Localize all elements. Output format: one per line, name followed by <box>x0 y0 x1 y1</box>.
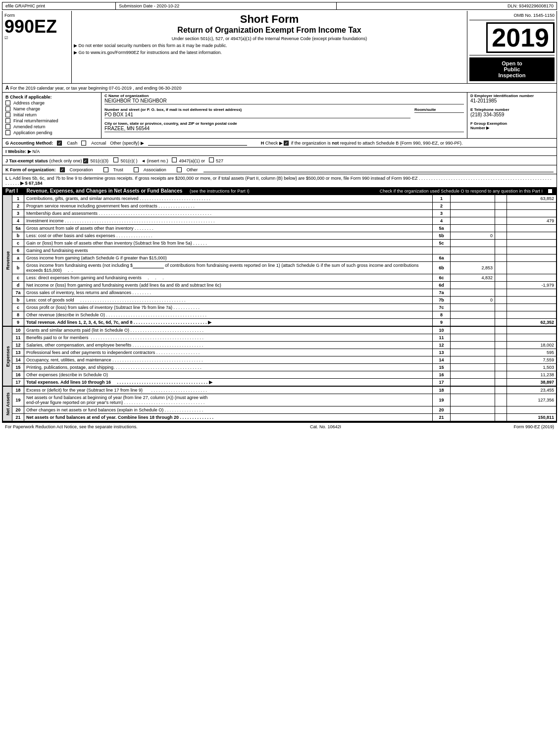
table-row: b Gross income from fundraising events (… <box>3 262 557 274</box>
line-6d-amount: -1,979 <box>507 282 557 289</box>
tax-exempt-note: (check only one) <box>49 158 83 163</box>
line-5c-linenum <box>495 240 507 247</box>
line-7b-ref: 7b <box>433 297 451 304</box>
address-change-label: Address charge <box>13 101 45 105</box>
4947-checkbox[interactable] <box>172 157 177 162</box>
name-change-row: Name charge <box>5 106 98 111</box>
527-checkbox[interactable] <box>209 157 214 162</box>
501c3-label: 501(c)(3) <box>90 158 108 163</box>
website-value: N/A <box>32 149 40 154</box>
line-15-amount: 1,503 <box>507 364 557 371</box>
line-11-sub <box>451 334 495 342</box>
line-6c-sub: 4,832 <box>451 274 495 282</box>
line-3-amount <box>507 210 557 217</box>
table-row: b Less: cost of goods sold . . . . . . .… <box>3 297 557 304</box>
table-row: 9 Total revenue. Add lines 1, 2, 3, 4, 5… <box>3 319 557 326</box>
line-1-desc: Contributions, gifts, grants, and simila… <box>24 195 433 202</box>
table-row: 16 Other expenses (describe in Schedule … <box>3 371 557 379</box>
room-value <box>414 112 464 113</box>
cash-checkbox[interactable]: ✓ <box>57 141 62 146</box>
line-10-amount <box>507 327 557 334</box>
line-18-num: 18 <box>12 387 24 394</box>
line-1-ref: 1 <box>433 195 451 202</box>
form-org-row: K Form of organization: ✓ Corporation Tr… <box>2 165 557 174</box>
line-5c-amount <box>507 240 557 247</box>
line-18-linenum <box>495 387 507 394</box>
add-lines-row: L L Add lines 5b, 6c, and 7b to line 9 t… <box>2 174 557 187</box>
line-2-amount <box>507 202 557 210</box>
line-9-num: 9 <box>12 319 24 326</box>
cash-label: Cash <box>67 141 77 146</box>
tax-year-strong: A <box>5 85 10 91</box>
application-pending-checkbox[interactable] <box>5 130 10 135</box>
table-row: 11 Benefits paid to or for members . . .… <box>3 334 557 342</box>
website-row: I Website: ▶ N/A <box>2 147 557 155</box>
line-21-ref: 21 <box>433 414 451 421</box>
line-7b-desc: Less: cost of goods sold . . . . . . . .… <box>24 297 433 304</box>
form-body: B Check if applicable: Address charge Na… <box>2 93 557 422</box>
line-10-sub <box>451 327 495 334</box>
line-5a-ref: 5a <box>433 225 451 232</box>
tax-year-text: For the 2019 calendar year, or tax year … <box>10 86 182 91</box>
line-5b-sub: 0 <box>451 232 495 240</box>
table-row: 4 Investment income . . . . . . . . . . … <box>3 217 557 225</box>
line-18-ref: 18 <box>433 387 451 394</box>
table-row: 17 Total expenses. Add lines 10 through … <box>3 379 557 386</box>
line-1-sub <box>451 195 495 202</box>
line-4-linenum <box>495 217 507 225</box>
line-5a-amount <box>507 225 557 232</box>
amended-return-label: Amended return <box>13 124 46 129</box>
initial-return-label: Initial return <box>13 112 37 117</box>
schedule-o-checkbox[interactable] <box>548 189 553 194</box>
application-pending-row: Application pending <box>5 130 98 135</box>
line-20-desc: Other changes in net assets or fund bala… <box>24 406 433 414</box>
name-change-checkbox[interactable] <box>5 106 10 111</box>
check-right: D Employer identification number 41-2011… <box>467 93 557 138</box>
line-13-num: 13 <box>12 349 24 356</box>
line-11-amount <box>507 334 557 342</box>
add-lines-amount: ▶ $ 67,184 <box>20 181 43 186</box>
line-8-ref: 8 <box>433 311 451 319</box>
add-lines-text: L Add lines 5b, 6c, and 7b to line 9 to … <box>9 176 418 181</box>
501c3-checkbox[interactable]: ✓ <box>83 158 88 163</box>
line-15-num: 15 <box>12 364 24 371</box>
table-row: 12 Salaries, other compensation, and emp… <box>3 342 557 349</box>
line-19-amount: 127,356 <box>507 394 557 406</box>
line-5b-ref: 5b <box>433 232 451 240</box>
line-17-sub <box>451 379 495 386</box>
other-org-checkbox[interactable] <box>177 167 182 172</box>
line-13-sub <box>451 349 495 356</box>
trust-checkbox[interactable] <box>103 167 108 172</box>
line-5a-num: 5a <box>12 225 24 232</box>
501c-checkbox[interactable] <box>113 157 118 162</box>
table-row: d Net income or (loss) from gaming and f… <box>3 282 557 289</box>
line-8-num: 8 <box>12 311 24 319</box>
table-row: Revenue 1 Contributions, gifts, grants, … <box>3 195 557 202</box>
c-label: C Name of organization <box>104 94 464 98</box>
line-7a-linenum <box>495 289 507 297</box>
efile-label: efile GRAPHIC print <box>2 2 116 9</box>
line-9-desc: Total revenue. Add lines 1, 2, 3, 4, 5c,… <box>24 319 433 326</box>
initial-return-checkbox[interactable] <box>5 112 10 117</box>
omb-number: OMB No. 1545-1150 <box>469 13 555 20</box>
line-13-amount: 595 <box>507 349 557 356</box>
corp-checkbox[interactable]: ✓ <box>60 167 65 172</box>
line-5c-sub <box>451 240 495 247</box>
line-1-linenum <box>495 195 507 202</box>
line-3-linenum <box>495 210 507 217</box>
accrual-checkbox[interactable] <box>81 141 86 146</box>
address-change-checkbox[interactable] <box>5 101 10 105</box>
line-16-num: 16 <box>12 371 24 379</box>
final-return-checkbox[interactable] <box>5 118 10 123</box>
table-row: 20 Other changes in net assets or fund b… <box>3 406 557 414</box>
short-form-title: Short Form <box>74 13 465 26</box>
amended-return-checkbox[interactable] <box>5 124 10 129</box>
year-number: 2019 <box>486 22 555 53</box>
line-13-linenum <box>495 349 507 356</box>
line-21-sub <box>451 414 495 421</box>
center-block: Short Form Return of Organization Exempt… <box>72 11 467 83</box>
line-5b-linenum <box>495 232 507 240</box>
final-return-row: Final return/terminated <box>5 118 98 123</box>
assoc-checkbox[interactable] <box>134 167 139 172</box>
line-5a-linenum <box>495 225 507 232</box>
